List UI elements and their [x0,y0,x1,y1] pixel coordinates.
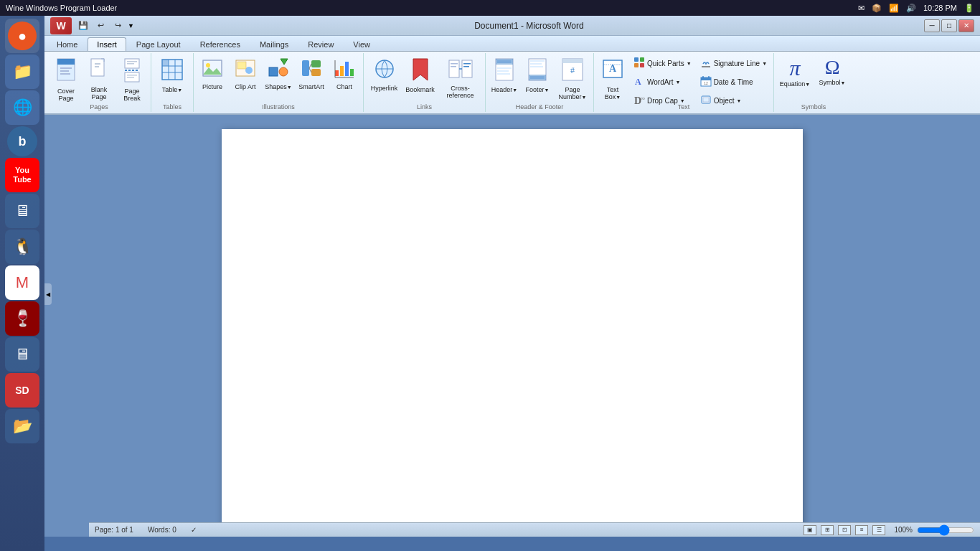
smartart-button[interactable]: SmartArt [296,55,327,93]
document-page[interactable] [222,129,803,537]
view-web-btn[interactable]: ⊡ [838,525,851,535]
equation-label: Equation▼ [780,80,810,88]
svg-line-35 [309,68,311,72]
tab-view-label: View [353,40,370,49]
svg-rect-65 [530,63,542,65]
sidebar-folder[interactable]: 📂 [5,409,39,443]
sidebar-sd[interactable]: SD [5,373,39,408]
view-draft-btn[interactable]: ☰ [872,525,885,535]
svg-rect-88 [703,98,709,102]
svg-rect-74 [634,57,639,62]
blank-page-button[interactable]: Blank Page [83,55,115,103]
save-button[interactable]: 💾 [76,19,90,33]
picture-label: Picture [202,83,222,90]
picture-button[interactable]: Picture [197,55,228,93]
sidebar-bittorrent[interactable]: b [7,126,37,156]
shapes-button[interactable]: Shapes▼ [263,55,294,93]
zoom-slider[interactable] [917,526,974,534]
svg-text:#: # [570,65,575,75]
bookmark-icon [410,57,430,85]
header-icon [494,57,515,85]
email-icon[interactable]: ✉ [858,4,864,13]
svg-rect-12 [127,63,134,65]
page-break-button[interactable]: Page Break [116,55,148,105]
chart-icon [334,57,355,82]
hyperlink-icon [373,57,396,83]
bookmark-button[interactable]: Bookmark [403,55,438,96]
volume-icon[interactable]: 🔊 [906,4,916,13]
svg-rect-37 [335,70,339,76]
redo-button[interactable]: ↪ [110,19,125,33]
svg-rect-39 [340,66,344,76]
table-button[interactable]: Table▼ [154,55,190,96]
links-group-label: Links [364,103,485,110]
svg-marker-30 [281,59,288,65]
sidebar-browser[interactable]: 🌐 [5,90,39,125]
tab-home[interactable]: Home [47,37,87,51]
tab-references[interactable]: References [191,37,250,51]
restore-button[interactable]: □ [941,19,957,32]
document-area[interactable] [44,115,980,537]
tab-page-layout-label: Page Layout [136,40,181,49]
svg-rect-43 [350,69,354,76]
close-button[interactable]: ✕ [958,19,974,32]
equation-button[interactable]: π Equation▼ [777,55,813,90]
wifi-icon[interactable]: 📶 [889,4,899,13]
taskbar-title-text: Wine Windows Program Loader [6,4,117,12]
tab-mailings[interactable]: Mailings [250,37,298,51]
word-app: W 💾 ↩ ↪ ▼ Document1 - Microsoft Word ─ □… [44,16,980,537]
svg-rect-66 [530,66,543,67]
qa-dropdown[interactable]: ▼ [128,22,134,29]
cross-reference-button[interactable]: Cross-reference [439,55,482,102]
ribbon-tabs: Home Insert Page Layout References Maili… [44,36,980,52]
footer-button[interactable]: Footer▼ [522,55,553,96]
svg-rect-77 [640,63,644,67]
clip-art-button[interactable]: Clip Art [230,55,261,93]
symbol-button[interactable]: Ω Symbol▼ [814,55,850,90]
illustrations-group: Picture Clip Art [194,53,364,112]
text-box-button[interactable]: A TextBox▼ [597,55,628,103]
tab-insert[interactable]: Insert [88,37,126,51]
svg-rect-28 [269,67,278,76]
wordart-button[interactable]: A WordArt ▼ [630,73,695,91]
sidebar-ubuntu[interactable]: ● [5,19,39,53]
svg-rect-58 [497,60,512,63]
tab-review[interactable]: Review [298,37,343,51]
chart-button[interactable]: Chart [329,55,360,93]
office-button[interactable]: W [50,17,72,34]
view-outline-btn[interactable]: ≡ [855,525,868,535]
text-box-label: TextBox▼ [605,86,621,100]
view-full-btn[interactable]: ⊞ [821,525,834,535]
sidebar-tux[interactable]: 🐧 [5,230,39,264]
tab-view[interactable]: View [344,37,380,51]
svg-rect-14 [127,77,134,78]
date-time-button[interactable]: 12 Date & Time [697,73,771,91]
view-print-btn[interactable]: ▣ [804,525,816,535]
sidebar-wine[interactable]: 🍷 [5,301,39,336]
ribbon: Cover Page Blank Page [44,52,980,115]
minimize-button[interactable]: ─ [924,19,940,32]
hyperlink-button[interactable]: Hyperlink [367,55,402,95]
sidebar-gmail[interactable]: M [5,265,39,300]
table-icon [160,57,184,85]
signature-line-button[interactable]: Signature Line ▼ [697,55,771,72]
sidebar-collapse-btn[interactable]: ◀ [44,283,52,305]
sidebar-display2[interactable]: 🖥 [5,337,39,372]
svg-rect-2 [60,67,72,69]
sidebar-monitor[interactable]: 🖥 [5,194,39,228]
package-icon[interactable]: 📦 [872,4,882,13]
status-right: ▣ ⊞ ⊡ ≡ ☰ 100% [804,525,974,535]
page-break-label: Page Break [118,88,146,102]
sidebar-youtube[interactable]: YouTube [5,158,39,192]
cover-page-button[interactable]: Cover Page [50,55,82,105]
svg-rect-49 [449,60,459,77]
quick-parts-button[interactable]: Quick Parts ▼ [630,55,695,72]
spell-check-icon[interactable]: ✓ [191,526,197,534]
tab-page-layout[interactable]: Page Layout [127,37,190,51]
sidebar-files[interactable]: 📁 [5,55,39,89]
page-number-button[interactable]: # PageNumber▼ [555,55,590,103]
undo-button[interactable]: ↩ [93,19,108,33]
taskbar-title: Wine Windows Program Loader [6,4,117,12]
header-button[interactable]: Header▼ [489,55,520,96]
svg-text:A: A [635,77,641,87]
